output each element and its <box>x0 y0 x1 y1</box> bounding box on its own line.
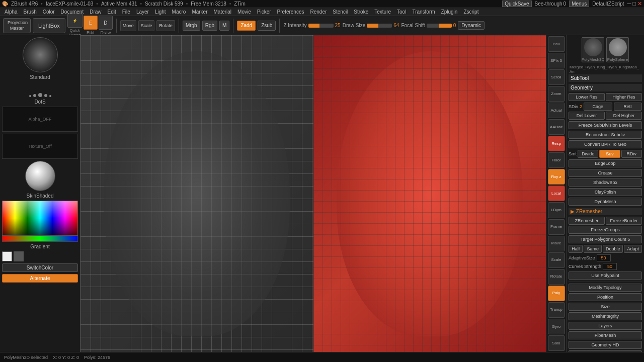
vp-btn-floor[interactable]: Floor <box>548 152 565 168</box>
use-polypaint-button[interactable]: Use Polypaint <box>569 272 642 280</box>
vp-btn-resp[interactable]: Resp <box>548 136 565 151</box>
edit-button[interactable]: E <box>84 16 98 30</box>
close-btn[interactable]: ✕ <box>637 1 642 7</box>
curves-strength-input[interactable] <box>603 263 617 270</box>
menu-item-stroke[interactable]: Stroke <box>351 8 371 16</box>
lightbox-button[interactable]: LightBox <box>33 18 65 33</box>
vp-btn-rxy-z[interactable]: Rxy z <box>548 169 565 185</box>
menu-item-alpha[interactable]: Alpha <box>2 8 20 16</box>
target-polygons-button[interactable]: Target Polygons Count 5 <box>569 235 642 243</box>
brush-preview[interactable] <box>23 37 58 72</box>
convert-bpr-button[interactable]: Convert BPR To Geo <box>569 140 642 148</box>
mrgb-button[interactable]: Mrgb <box>183 21 200 31</box>
vp-btn-aahalf[interactable]: AAHalf <box>548 119 565 135</box>
geometry-title[interactable]: Geometry <box>569 84 642 92</box>
maximize-btn[interactable]: □ <box>632 1 636 7</box>
freeze-subdiv-button[interactable]: Freeze SubDivision Levels <box>569 121 642 129</box>
menu-item-material[interactable]: Material <box>211 8 234 16</box>
preview-button[interactable]: Preview <box>569 350 642 352</box>
dots-preview[interactable] <box>2 82 78 97</box>
menu-item-file[interactable]: File <box>120 8 133 16</box>
quicksave-button[interactable]: QuickSave <box>502 1 531 7</box>
same-button[interactable]: Same <box>584 245 602 253</box>
zremesher-main-button[interactable]: ZRemesher <box>569 217 605 225</box>
freezeborder-button[interactable]: FreezeBorder <box>606 217 642 225</box>
menus-button[interactable]: Menus <box>569 1 589 7</box>
dynamesh-button[interactable]: DynaMesh <box>569 198 642 206</box>
color-spectrum[interactable] <box>2 201 78 236</box>
rgb-button[interactable]: Rgb <box>202 21 217 31</box>
color-picker-area[interactable] <box>2 201 78 231</box>
half-button[interactable]: Half <box>569 245 583 253</box>
m-button[interactable]: M <box>219 21 229 31</box>
menu-item-zscript[interactable]: Zscript <box>461 8 481 16</box>
freezegroups-button[interactable]: FreezeGroups <box>569 226 642 234</box>
double-button[interactable]: Double <box>603 245 623 253</box>
higher-res-button[interactable]: Higher Res <box>606 93 642 101</box>
rdiv-button[interactable]: RDiv <box>621 150 642 158</box>
vp-btn-actual[interactable]: Actual <box>548 103 565 118</box>
draw-size-slider[interactable] <box>367 24 392 28</box>
zsub-button[interactable]: Zsub <box>258 21 276 31</box>
vp-btn-ldym[interactable]: LDym <box>548 202 565 218</box>
adaptive-size-input[interactable] <box>597 254 611 261</box>
texture-preview[interactable]: Texture_Off <box>2 134 78 159</box>
menu-item-brush[interactable]: Brush <box>21 8 39 16</box>
move-button[interactable]: Move <box>120 20 136 31</box>
alpha-preview[interactable]: Alpha_OFF <box>2 107 78 132</box>
cage-button[interactable]: Cage <box>584 103 612 111</box>
menu-item-picker[interactable]: Picker <box>255 8 274 16</box>
zremesher-title[interactable]: ▶ ZRemesher <box>569 208 642 215</box>
del-higher-button[interactable]: Del Higher <box>606 112 642 120</box>
menu-item-render[interactable]: Render <box>308 8 330 16</box>
adapt-button[interactable]: Adapt <box>624 245 642 253</box>
menu-item-color[interactable]: Color <box>40 8 57 16</box>
subtool-title[interactable]: SubTool <box>569 74 642 82</box>
modify-topology-button[interactable]: Modify Topology <box>569 284 642 292</box>
vp-btn-local[interactable]: Local <box>548 186 565 201</box>
quick-sketch-icon[interactable]: ⚡ <box>67 14 83 28</box>
switch-color-button[interactable]: SwitchColor <box>2 263 78 272</box>
suv-button[interactable]: Suv <box>599 150 620 158</box>
menu-item-movie[interactable]: Movie <box>235 8 254 16</box>
rotate-button[interactable]: Rotate <box>156 20 175 31</box>
retr-button[interactable]: Retr <box>614 103 642 111</box>
vp-btn-brill[interactable]: Brill <box>548 36 565 52</box>
meshintegrity-button[interactable]: MeshIntegrity <box>569 312 642 320</box>
menu-item-texture[interactable]: Texture <box>372 8 393 16</box>
vp-btn-move[interactable]: Move <box>548 236 565 251</box>
vp-btn-scroll[interactable]: Scroll <box>548 69 565 85</box>
menu-item-macro[interactable]: Macro <box>170 8 189 16</box>
mesh-thumb-polymesh[interactable]: PolyMesh3D <box>582 37 604 62</box>
layers-button[interactable]: Layers <box>569 322 642 330</box>
dynamic-button[interactable]: Dynamic <box>458 21 485 30</box>
crease-button[interactable]: Crease <box>569 169 642 177</box>
menu-item-zplugin[interactable]: Zplugin <box>439 8 460 16</box>
draw-button[interactable]: D <box>99 16 113 30</box>
lower-res-button[interactable]: Lower Res <box>569 93 605 101</box>
menu-item-marker[interactable]: Marker <box>189 8 210 16</box>
fibermesh-button[interactable]: FiberMesh <box>569 331 642 339</box>
zadd-button[interactable]: Zadd <box>237 21 256 31</box>
canvas-area[interactable] <box>80 35 546 352</box>
alternate-button[interactable]: Alternate <box>2 274 78 283</box>
menu-item-preferences[interactable]: Preferences <box>275 8 307 16</box>
vp-btn-transp[interactable]: Transp <box>548 302 565 318</box>
menu-item-transform[interactable]: Transform <box>410 8 437 16</box>
minimize-btn[interactable]: ─ <box>627 1 631 7</box>
vp-btn-spix-3[interactable]: SPix 3 <box>548 53 565 68</box>
edgeloop-button[interactable]: EdgeLoop <box>569 159 642 167</box>
menu-item-stencil[interactable]: Stencil <box>330 8 350 16</box>
vp-btn-scale[interactable]: Scale <box>548 252 565 268</box>
projection-master-button[interactable]: Projection Master <box>3 18 31 33</box>
z-intensity-slider[interactable] <box>308 24 334 28</box>
menu-item-tool[interactable]: Tool <box>394 8 409 16</box>
vp-btn-gyro[interactable]: Gyro <box>548 319 565 334</box>
vp-btn-rotate[interactable]: Rotate <box>548 269 565 285</box>
vp-btn-poly[interactable]: Poly <box>548 286 565 301</box>
reconstruct-subdiv-button[interactable]: Reconstruct Subdiv <box>569 131 642 139</box>
primary-swatch[interactable] <box>2 251 12 261</box>
menu-item-light[interactable]: Light <box>152 8 169 16</box>
secondary-swatch[interactable] <box>14 251 24 261</box>
size-button[interactable]: Size <box>569 303 642 311</box>
